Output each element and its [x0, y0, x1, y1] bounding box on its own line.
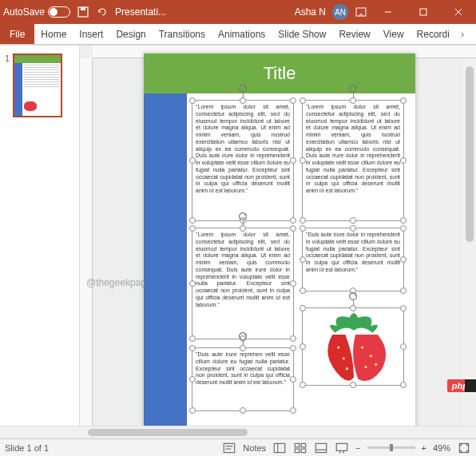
user-avatar[interactable]: AN	[332, 4, 348, 20]
svg-rect-2	[356, 8, 366, 16]
scrollbar-thumb[interactable]	[88, 429, 248, 436]
maximize-button[interactable]	[409, 0, 438, 24]
scrollbar-vertical[interactable]	[463, 58, 476, 426]
tab-insert[interactable]: Insert	[73, 24, 109, 44]
ribbon-options-icon[interactable]	[355, 6, 367, 18]
fit-window-icon[interactable]	[457, 441, 471, 455]
tab-home[interactable]: Home	[34, 24, 73, 44]
svg-rect-28	[315, 443, 327, 452]
zoom-value[interactable]: 49%	[433, 443, 450, 453]
svg-point-16	[375, 363, 377, 366]
tab-file[interactable]: File	[0, 24, 34, 44]
rotate-handle-icon[interactable]	[237, 83, 248, 94]
zoom-in[interactable]: +	[422, 443, 426, 453]
undo-icon[interactable]	[96, 6, 109, 18]
rotate-handle-icon[interactable]	[347, 291, 359, 302]
svg-rect-4	[420, 9, 426, 15]
zoom-out[interactable]: −	[355, 443, 360, 453]
image-strawberry[interactable]	[302, 307, 404, 386]
black-badge	[465, 379, 476, 392]
svg-rect-27	[301, 449, 306, 453]
tab-view[interactable]: View	[377, 24, 411, 44]
tab-recording[interactable]: Recordi	[411, 24, 456, 44]
svg-rect-30	[336, 443, 347, 450]
slide[interactable]: Title "Lorem ipsum dolor sit amet, conse…	[144, 54, 415, 426]
svg-rect-24	[295, 443, 299, 447]
svg-rect-22	[274, 443, 285, 452]
save-icon[interactable]	[77, 6, 89, 18]
textbox-top-right[interactable]: "Lorem ipsum dolor sit amet, consectetur…	[302, 100, 404, 221]
svg-point-12	[343, 357, 345, 359]
minimize-button[interactable]	[374, 0, 403, 24]
svg-point-17	[364, 366, 367, 368]
textbox-top-left[interactable]: "Lorem ipsum dolor sit amet, consectetur…	[192, 100, 294, 221]
textbox-bottom-left[interactable]: "Duis aute irure reprehen velit esse cil…	[192, 347, 294, 411]
ribbon-overflow[interactable]: ›	[456, 29, 469, 40]
svg-point-11	[337, 346, 339, 348]
svg-point-13	[346, 367, 348, 370]
workspace: 1 @thegeekpage.com Title "Lorem ipsum do…	[0, 45, 476, 426]
svg-rect-26	[295, 449, 299, 453]
reading-view-icon[interactable]	[314, 441, 328, 455]
tab-transitions[interactable]: Transitions	[153, 24, 212, 44]
strawberry-icon	[303, 308, 405, 387]
normal-view-icon[interactable]	[272, 441, 287, 455]
notes-label[interactable]: Notes	[243, 443, 266, 453]
slide-sidebar	[144, 93, 187, 426]
slide-counter: Slide 1 of 1	[5, 443, 49, 453]
rotate-handle-icon[interactable]	[347, 83, 359, 94]
svg-point-15	[370, 355, 372, 357]
sorter-view-icon[interactable]	[293, 441, 307, 455]
statusbar: Slide 1 of 1 Notes − + 49%	[0, 438, 476, 456]
close-button[interactable]	[444, 0, 473, 24]
slideshow-view-icon[interactable]	[335, 441, 349, 455]
thumbnail-number: 1	[5, 54, 10, 418]
slide-thumbnail[interactable]	[13, 54, 62, 117]
autosave-label: AutoSave	[3, 6, 45, 18]
thumbnail-panel: 1	[0, 46, 80, 426]
svg-rect-25	[301, 443, 306, 447]
slide-title[interactable]: Title	[144, 54, 415, 93]
textbox-mid-right[interactable]: "Duis aute irure dolor in reprehenderit …	[302, 228, 404, 291]
svg-rect-19	[224, 443, 236, 452]
rotate-handle-icon[interactable]	[237, 211, 248, 222]
scrollbar-horizontal[interactable]	[0, 426, 476, 438]
toggle-knob	[50, 8, 58, 16]
textbox-mid-left[interactable]: "Lorem ipsum dolor sit amet, consectetur…	[192, 228, 294, 339]
ribbon: File Home Insert Design Transitions Anim…	[0, 24, 476, 45]
zoom-slider[interactable]	[367, 446, 415, 449]
autosave-toggle[interactable]: AutoSave	[3, 6, 70, 18]
tab-animations[interactable]: Animations	[212, 24, 272, 44]
svg-point-14	[361, 346, 363, 348]
scrollbar-thumb[interactable]	[466, 66, 474, 242]
notes-button[interactable]	[222, 441, 236, 455]
svg-rect-1	[81, 7, 85, 10]
tab-review[interactable]: Review	[332, 24, 376, 44]
canvas-area: @thegeekpage.com Title "Lorem ipsum dolo…	[80, 46, 476, 426]
tab-design[interactable]: Design	[109, 24, 152, 44]
ruler-vertical	[80, 58, 93, 426]
user-name: Asha N	[295, 6, 326, 18]
titlebar: AutoSave Presentati... Asha N AN	[0, 0, 476, 24]
toggle-track[interactable]	[48, 6, 70, 18]
rotate-handle-icon[interactable]	[237, 331, 248, 342]
doc-title: Presentati...	[115, 6, 166, 18]
tab-slide-show[interactable]: Slide Show	[272, 24, 332, 44]
